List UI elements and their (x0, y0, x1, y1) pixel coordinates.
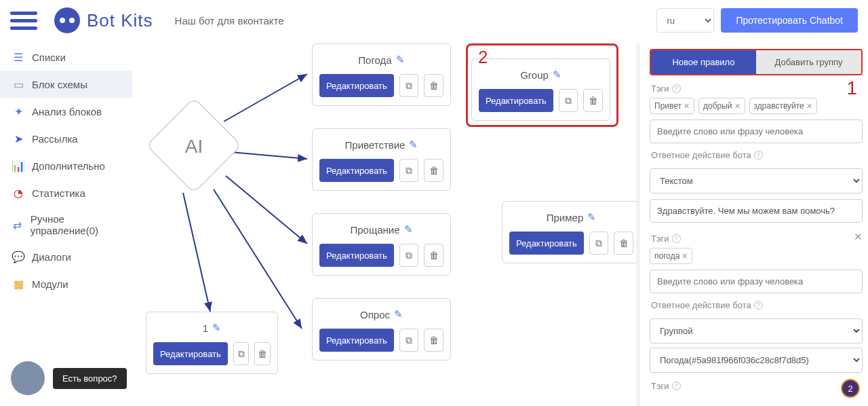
logo[interactable]: Bot Kits (54, 7, 153, 33)
action-select-1[interactable]: Текстом (650, 168, 863, 193)
edit-button[interactable]: Редактировать (319, 329, 394, 352)
help-avatar (11, 361, 45, 395)
card-title: 1 (203, 322, 208, 334)
card-title: Пример (547, 212, 584, 223)
card-primer[interactable]: Пример✎ Редактировать ⧉ 🗑 (502, 201, 637, 263)
canvas[interactable]: AI Погода✎ Редактировать ⧉ 🗑 Приветствие… (132, 43, 637, 406)
tab-new-rule[interactable]: Новое правило (651, 50, 756, 74)
right-panel: Новое правило Добавить группу 1 Тэги? Пр… (644, 43, 868, 406)
tag[interactable]: добрый✕ (698, 98, 745, 114)
card-title: Погода (358, 54, 391, 66)
hamburger-menu[interactable] (10, 7, 37, 34)
card-privetstvie[interactable]: Приветствие✎ Редактировать ⧉ 🗑 (312, 128, 451, 191)
delete-icon[interactable]: 🗑 (583, 89, 603, 112)
edit-button[interactable]: Редактировать (509, 232, 584, 255)
sidebar-icon: ✦ (12, 105, 25, 118)
sidebar-icon: ◔ (12, 186, 25, 200)
tab-add-group[interactable]: Добавить группу (756, 50, 861, 74)
test-chatbot-button[interactable]: Протестировать Chatbot (721, 8, 858, 33)
tag-remove-icon[interactable]: ✕ (682, 252, 688, 261)
notification-badge[interactable]: 2 (841, 379, 860, 398)
copy-icon[interactable]: ⧉ (399, 329, 419, 352)
copy-icon[interactable]: ⧉ (399, 244, 419, 267)
card-group[interactable]: Group✎ Редактировать ⧉ 🗑 (471, 58, 610, 121)
sidebar-item-8[interactable]: ▦Модули (0, 270, 132, 297)
copy-icon[interactable]: ⧉ (399, 159, 419, 182)
delete-icon[interactable]: 🗑 (424, 244, 443, 267)
tags-label-3: Тэги? (651, 381, 863, 391)
pencil-icon[interactable]: ✎ (394, 308, 403, 320)
sidebar-icon: 💬 (12, 250, 25, 263)
help-tooltip: Есть вопрос? (53, 368, 127, 389)
card-proschanie[interactable]: Прощание✎ Редактировать ⧉ 🗑 (312, 213, 451, 276)
pencil-icon[interactable]: ✎ (553, 69, 561, 81)
sidebar-icon: ➤ (12, 132, 25, 145)
tag[interactable]: погода✕ (650, 248, 692, 264)
delete-icon[interactable]: 🗑 (424, 159, 443, 182)
rule-tabs: Новое правило Добавить группу (650, 49, 863, 75)
tag-remove-icon[interactable]: ✕ (734, 102, 741, 111)
delete-icon[interactable]: 🗑 (254, 342, 271, 365)
answer-text-1[interactable] (650, 199, 863, 223)
edit-button[interactable]: Редактировать (153, 342, 228, 365)
pencil-icon[interactable]: ✎ (409, 139, 418, 151)
copy-icon[interactable]: ⧉ (399, 74, 419, 97)
card-title: Group (520, 69, 549, 81)
pencil-icon[interactable]: ✎ (587, 211, 596, 223)
sidebar-item-4[interactable]: 📊Дополнительно (0, 152, 132, 179)
phrase-input-2[interactable] (650, 270, 863, 293)
sidebar-item-label: Блок схемы (32, 79, 87, 90)
sidebar-item-6[interactable]: ⇄Ручное управление(0) (0, 206, 132, 243)
sidebar: ☰Списки▭Блок схемы✦Анализ блоков➤Рассылк… (0, 43, 132, 297)
sidebar-item-label: Ручное управление(0) (31, 213, 123, 236)
help-widget[interactable]: Есть вопрос? (11, 361, 127, 395)
sidebar-item-2[interactable]: ✦Анализ блоков (0, 98, 132, 125)
copy-icon[interactable]: ⧉ (589, 232, 609, 255)
sidebar-item-7[interactable]: 💬Диалоги (0, 243, 132, 270)
delete-icon[interactable]: 🗑 (614, 232, 633, 255)
phrase-input-1[interactable] (650, 119, 863, 143)
sidebar-item-3[interactable]: ➤Рассылка (0, 125, 132, 152)
annotation-2: 2 (478, 47, 488, 68)
card-title: Опрос (360, 309, 390, 320)
sidebar-icon: ▭ (12, 77, 25, 91)
logo-text: Bot Kits (87, 10, 153, 31)
pencil-icon[interactable]: ✎ (212, 322, 221, 334)
delete-icon[interactable]: 🗑 (424, 329, 443, 352)
edit-button[interactable]: Редактировать (319, 74, 394, 97)
card-pogoda[interactable]: Погода✎ Редактировать ⧉ 🗑 (312, 43, 451, 106)
tag-remove-icon[interactable]: ✕ (684, 102, 690, 111)
sidebar-item-0[interactable]: ☰Списки (0, 43, 132, 71)
copy-icon[interactable]: ⧉ (233, 342, 250, 365)
sidebar-icon: ▦ (12, 277, 25, 291)
annotation-1: 1 (846, 77, 857, 99)
edit-button[interactable]: Редактировать (319, 159, 394, 182)
tag[interactable]: здравствуйте✕ (749, 98, 817, 114)
action-label-2: Ответное действие бота? (651, 300, 863, 310)
action-select-2[interactable]: Группой (650, 318, 863, 344)
delete-icon[interactable]: 🗑 (424, 74, 443, 97)
sidebar-item-label: Статистика (32, 187, 85, 199)
tag-remove-icon[interactable]: ✕ (806, 102, 812, 111)
language-select[interactable]: ru (656, 8, 714, 33)
sidebar-item-1[interactable]: ▭Блок схемы (0, 71, 132, 98)
sidebar-item-label: Анализ блоков (32, 106, 102, 117)
logo-icon (54, 7, 80, 33)
card-title: Приветствие (345, 139, 406, 151)
copy-icon[interactable]: ⧉ (559, 89, 578, 112)
sidebar-item-5[interactable]: ◔Статистика (0, 179, 132, 206)
card-1[interactable]: 1✎ Редактировать ⧉ 🗑 (146, 312, 278, 374)
pencil-icon[interactable]: ✎ (396, 54, 405, 66)
edit-button[interactable]: Редактировать (479, 89, 553, 112)
sidebar-item-label: Дополнительно (32, 160, 105, 172)
page-subtitle: Наш бот для вконтакте (175, 15, 284, 26)
tag[interactable]: Привет✕ (650, 98, 694, 114)
sidebar-item-label: Модули (32, 278, 68, 290)
close-icon[interactable]: ✕ (854, 231, 863, 243)
edit-button[interactable]: Редактировать (319, 244, 394, 267)
pencil-icon[interactable]: ✎ (404, 223, 413, 236)
tags-list-2: погода✕ (650, 248, 863, 264)
ai-start-node[interactable]: AI (146, 98, 241, 193)
card-opros[interactable]: Опрос✎ Редактировать ⧉ 🗑 (312, 298, 451, 361)
group-select[interactable]: Погода(#5a981f966f036c28c8f7d8d5) (650, 348, 863, 373)
